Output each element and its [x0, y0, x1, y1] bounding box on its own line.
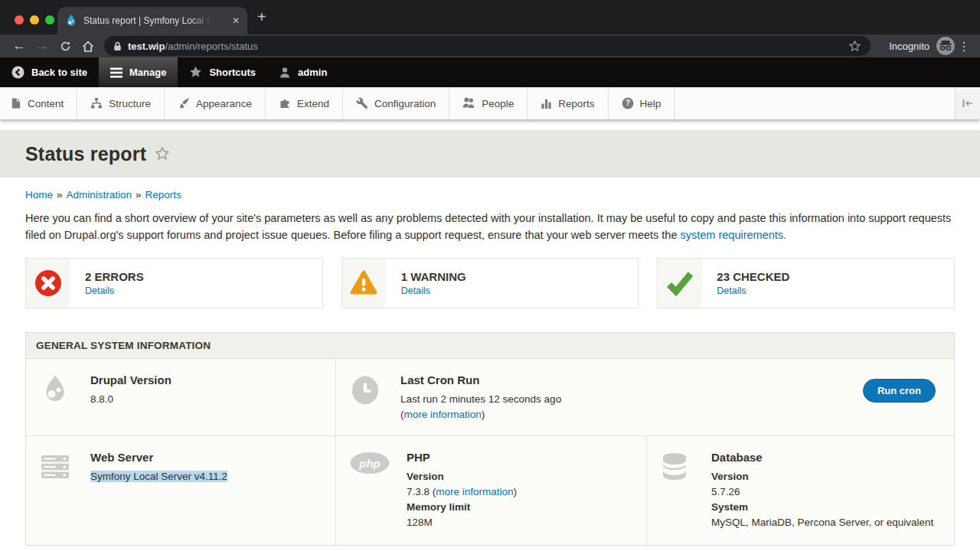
shortcuts-star-icon [189, 66, 202, 79]
incognito-icon [936, 36, 956, 56]
browser-window: Status report | Symfony Local Se ✕ + ← → [0, 0, 980, 551]
url-input[interactable]: test.wip/admin/reports/status [104, 36, 871, 56]
run-cron-button[interactable]: Run cron [863, 379, 936, 403]
cron-cell: Last Cron Run Last run 2 minutes 12 seco… [336, 359, 954, 435]
error-icon [34, 269, 62, 297]
window-controls[interactable] [15, 15, 54, 24]
drupal-version-title: Drupal Version [90, 372, 172, 390]
page-title: Status report [25, 143, 146, 165]
cron-title: Last Cron Run [400, 372, 561, 390]
menu-item-people[interactable]: People [449, 87, 528, 119]
manage-label: Manage [129, 67, 166, 78]
checked-card: 23 CHECKED Details [657, 258, 955, 308]
menu-item-label: Structure [109, 98, 151, 109]
warning-icon [349, 269, 378, 297]
menu-item-label: Extend [297, 98, 329, 109]
incognito-label: Incognito [889, 41, 929, 52]
user-menu-button[interactable]: admin [267, 57, 338, 87]
panel-header: GENERAL SYSTEM INFORMATION [26, 333, 954, 359]
errors-card: 2 ERRORS Details [25, 258, 323, 308]
menu-item-label: Help [640, 98, 662, 109]
menu-item-structure[interactable]: Structure [77, 87, 165, 119]
tab-title: Status report | Symfony Local Se [83, 15, 212, 26]
database-version-value: 5.7.26 [711, 484, 933, 500]
checked-details-link[interactable]: Details [717, 285, 789, 296]
errors-details-link[interactable]: Details [85, 285, 144, 296]
warning-count: 1 WARNING [401, 270, 466, 283]
user-icon [279, 67, 291, 79]
close-window-button[interactable] [15, 15, 24, 24]
menu-item-extend[interactable]: Extend [266, 87, 343, 119]
cron-status: Last run 2 minutes 12 seconds ago [400, 392, 561, 407]
home-icon[interactable] [77, 34, 100, 57]
menu-item-appearance[interactable]: Appearance [165, 87, 266, 119]
database-system-label: System [711, 500, 933, 515]
php-version-row: 7.3.8 (more information) [407, 484, 517, 500]
maximize-window-button[interactable] [45, 15, 54, 24]
bookmark-star-icon[interactable] [848, 40, 861, 53]
menu-item-help[interactable]: ? Help [609, 87, 675, 119]
php-version-label: Version [407, 469, 517, 484]
php-more-info-link[interactable]: more information [436, 486, 513, 497]
back-to-site-button[interactable]: Back to site [0, 57, 99, 87]
browser-tab-bar: Status report | Symfony Local Se ✕ + [0, 0, 980, 34]
drupal-version-value: 8.8.0 [90, 392, 172, 407]
minimize-window-button[interactable] [30, 15, 39, 24]
back-icon[interactable]: ← [8, 34, 31, 57]
manage-button[interactable]: Manage [99, 57, 178, 87]
breadcrumb-home-link[interactable]: Home [25, 189, 53, 201]
checked-iconbox [658, 259, 701, 308]
error-iconbox [26, 259, 70, 308]
php-logo-icon: php [350, 452, 390, 474]
intro-text: Here you can find a short overview of yo… [25, 212, 951, 241]
php-memory-label: Memory limit [407, 500, 517, 515]
menu-item-reports[interactable]: Reports [528, 87, 608, 119]
clock-icon [350, 374, 381, 406]
reload-icon[interactable] [54, 34, 77, 57]
toolbar-collapse-button[interactable] [955, 87, 980, 119]
user-label: admin [298, 67, 327, 78]
cron-more-info: (more information) [400, 407, 561, 422]
extend-icon [279, 97, 291, 109]
reports-icon [541, 98, 552, 109]
php-memory-value: 128M [407, 515, 517, 530]
configuration-icon [356, 97, 368, 109]
menu-item-configuration[interactable]: Configuration [343, 87, 449, 119]
tab-close-icon[interactable]: ✕ [232, 15, 240, 26]
drupal-admin-menu: Content Structure Appearance Extend [0, 87, 980, 119]
system-requirements-link[interactable]: system requirements. [681, 229, 787, 241]
back-to-site-label: Back to site [31, 67, 87, 78]
menu-item-label: Content [28, 98, 64, 109]
structure-icon [90, 97, 103, 109]
browser-tab[interactable]: Status report | Symfony Local Se ✕ [57, 7, 247, 34]
general-info-panel: GENERAL SYSTEM INFORMATION Drupal Versio… [25, 332, 955, 546]
forward-icon[interactable]: → [31, 34, 54, 57]
server-icon [40, 452, 70, 482]
database-cell: Database Version 5.7.26 System MySQL, Ma… [647, 436, 954, 545]
breadcrumb-reports-link[interactable]: Reports [145, 189, 181, 201]
shortcuts-button[interactable]: Shortcuts [178, 57, 267, 87]
favorite-star-icon[interactable] [155, 146, 170, 161]
svg-text:?: ? [626, 99, 630, 107]
cron-more-info-link[interactable]: more information [404, 409, 482, 420]
drupal-version-cell: Drupal Version 8.8.0 [26, 359, 336, 435]
warning-iconbox [342, 259, 386, 308]
shortcuts-label: Shortcuts [209, 67, 256, 78]
paren: ) [482, 409, 485, 420]
database-icon [661, 452, 688, 482]
browser-url-bar: ← → test.wip/admin/reports/status [0, 34, 980, 57]
page-title-bar: Status report [0, 130, 980, 178]
lock-icon [113, 41, 122, 51]
checked-count: 23 CHECKED [717, 270, 789, 283]
breadcrumb-administration-link[interactable]: Administration [67, 189, 132, 201]
url-host: test.wip [128, 41, 165, 52]
database-system-value: MySQL, MariaDB, Percona Server, or equiv… [711, 515, 933, 530]
warning-details-link[interactable]: Details [401, 285, 466, 296]
web-server-value: Symfony Local Server v4.11.2 [90, 471, 227, 482]
new-tab-button[interactable]: + [257, 8, 266, 26]
breadcrumb: Home»Administration»Reports [25, 189, 955, 201]
php-logo-text: php [358, 457, 381, 470]
browser-menu-icon[interactable]: ⋮ [956, 39, 972, 54]
menu-item-content[interactable]: Content [0, 87, 77, 119]
paren: ) [514, 486, 518, 497]
